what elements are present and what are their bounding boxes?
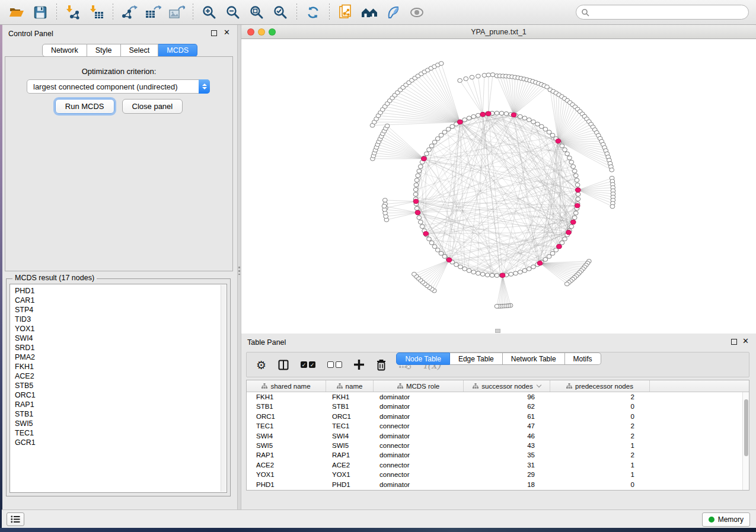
memory-status-dot (709, 517, 714, 523)
float-panel-icon[interactable] (211, 30, 217, 36)
mcds-result-item: SWI5 (15, 419, 227, 428)
zoom-out-icon (225, 5, 241, 20)
tab-style[interactable]: Style (87, 44, 121, 57)
network-view-window: YPA_prune.txt_1 (241, 25, 756, 334)
import-network-button[interactable] (61, 2, 85, 23)
export-table-button[interactable] (141, 2, 165, 23)
home-networks-icon (361, 5, 378, 20)
mcds-tab-content: Optimization criterion: largest connecte… (5, 56, 233, 271)
close-table-panel-icon[interactable]: ✕ (742, 337, 749, 345)
zoom-selected-button[interactable] (269, 2, 292, 23)
eye-icon (409, 5, 425, 20)
mcds-result-item: ORC1 (15, 390, 227, 400)
save-button[interactable] (28, 2, 52, 23)
export-image-button[interactable] (165, 2, 189, 23)
network-canvas[interactable] (241, 39, 756, 334)
tab-node-table[interactable]: Node Table (396, 352, 450, 365)
mcds-result-item: PMA2 (15, 352, 227, 362)
export-network-icon (121, 5, 138, 20)
mcds-result-item: FKH1 (15, 362, 227, 371)
vertical-splitter[interactable] (237, 25, 241, 509)
toolbar-separator (329, 4, 330, 21)
float-table-panel-icon[interactable] (731, 339, 737, 345)
toolbar-separator (56, 4, 57, 21)
run-mcds-button[interactable]: Run MCDS (55, 99, 114, 114)
tab-network-table[interactable]: Network Table (503, 352, 565, 365)
mcds-result-item: STB1 (15, 409, 227, 419)
mcds-result-item: TID3 (15, 315, 227, 324)
home-networks-button[interactable] (358, 2, 381, 23)
desktop-edge-bottom (0, 528, 756, 532)
search-box[interactable] (576, 5, 749, 20)
tab-edge-table[interactable]: Edge Table (450, 352, 503, 365)
network-window-titlebar[interactable]: YPA_prune.txt_1 (241, 25, 756, 39)
status-bar: Memory (2, 509, 756, 528)
mcds-result-item: SRD1 (15, 343, 227, 352)
mcds-result-item: ACE2 (15, 371, 227, 381)
open-folder-button[interactable] (5, 2, 28, 23)
criterion-dropdown[interactable]: largest connected component (undirected) (27, 79, 210, 94)
memory-button[interactable]: Memory (702, 512, 750, 527)
mcds-result-item: STP4 (15, 305, 227, 315)
vizmapper-button[interactable] (381, 2, 405, 23)
horizontal-splitter-grip[interactable] (495, 329, 500, 333)
zoom-fit-icon (249, 5, 264, 20)
search-input[interactable] (589, 8, 744, 17)
mcds-result-item: SWI4 (15, 334, 227, 343)
table-panel-titlebar: Table Panel ✕ (241, 334, 756, 350)
refresh-icon (305, 5, 321, 20)
tab-motifs[interactable]: Motifs (565, 352, 601, 365)
mcds-result-item: STB5 (15, 381, 227, 390)
open-folder-icon (9, 5, 24, 20)
zoom-out-button[interactable] (221, 2, 245, 23)
network-graph[interactable] (241, 39, 756, 334)
mcds-result-item: GCR1 (15, 438, 227, 447)
task-list-icon (11, 515, 20, 523)
cytoscape-window: Control Panel ✕ NetworkStyleSelectMCDS O… (0, 0, 756, 532)
tab-select[interactable]: Select (121, 44, 159, 57)
main-toolbar (0, 0, 756, 25)
tab-mcds[interactable]: MCDS (158, 44, 197, 57)
optimization-criterion-label: Optimization criterion: (5, 67, 232, 76)
network-window-title: YPA_prune.txt_1 (241, 28, 756, 36)
control-panel-title: Control Panel (8, 30, 53, 38)
task-history-button[interactable] (7, 512, 24, 526)
result-scrollbar[interactable] (221, 285, 226, 492)
mcds-result-item: TEC1 (15, 428, 227, 438)
mcds-result-item: PHD1 (15, 286, 227, 296)
memory-button-label: Memory (718, 515, 744, 524)
import-network-icon (65, 5, 81, 20)
mcds-result-list[interactable]: PHD1CAR1STP4TID3YOX1SWI4SRD1PMA2FKH1ACE2… (9, 284, 227, 493)
import-table-button[interactable] (85, 2, 109, 23)
vizmapper-icon (385, 5, 401, 20)
table-panel-tabs: Node TableEdge TableNetwork TableMotifs (241, 352, 756, 507)
toolbar-separator (296, 4, 297, 21)
mcds-result-item: CAR1 (15, 296, 227, 305)
control-panel: Control Panel ✕ NetworkStyleSelectMCDS O… (2, 25, 237, 509)
mcds-result-title: MCDS result (17 nodes) (12, 274, 97, 282)
control-panel-tabs: NetworkStyleSelectMCDS (2, 44, 237, 57)
table-panel: Table Panel ✕ ⚙ ✓✓ f(x) (241, 334, 756, 509)
network-from-file-button[interactable] (334, 2, 358, 23)
zoom-fit-button[interactable] (245, 2, 269, 23)
zoom-in-icon (202, 5, 217, 20)
close-panel-button[interactable]: Close panel (122, 99, 183, 114)
mcds-result-item: YOX1 (15, 324, 227, 334)
close-panel-icon[interactable]: ✕ (224, 28, 230, 37)
search-icon (581, 8, 589, 17)
zoom-in-button[interactable] (197, 2, 221, 23)
refresh-button[interactable] (301, 2, 325, 23)
save-icon (33, 5, 47, 20)
import-table-icon (89, 5, 104, 20)
mcds-result-item: RAP1 (15, 400, 227, 409)
export-table-icon (145, 5, 161, 20)
dropdown-stepper-icon (199, 79, 210, 94)
tab-network[interactable]: Network (42, 44, 87, 57)
zoom-selected-icon (273, 5, 288, 20)
toolbar-separator (193, 4, 193, 21)
export-image-icon (168, 5, 185, 20)
hide-panel-button[interactable] (405, 2, 429, 23)
mcds-result-group: MCDS result (17 nodes) PHD1CAR1STP4TID3Y… (6, 278, 231, 496)
control-panel-titlebar: Control Panel ✕ (2, 25, 237, 41)
export-network-button[interactable] (117, 2, 141, 23)
